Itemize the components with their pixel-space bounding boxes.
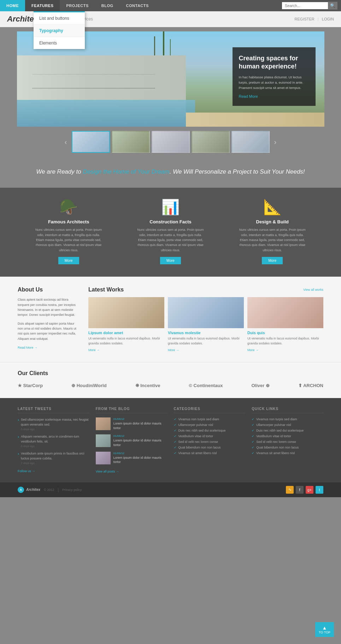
blog-item-1: 01/09/12 Lorem ipsum dolor id dolor maur… [96, 417, 167, 430]
feature-btn-3[interactable]: More [262, 257, 283, 264]
quick-item-1[interactable]: ✓Vivamus non turpis sed diam [252, 417, 323, 421]
footer-bottom: A Architex © 2012 | Privacy policy ∿ f g… [0, 482, 341, 497]
quick-item-6[interactable]: ✓Quat bibendum non non lacus [252, 446, 323, 449]
quick-item-5[interactable]: ✓Sed id velit nec lorem conse [252, 440, 323, 444]
thumb-4[interactable] [192, 131, 230, 153]
nav-search-box: 🔍 [282, 2, 337, 10]
feature-desc-1: Nunc ultricies cursus sem at porta. Proi… [34, 227, 103, 253]
dropdown-item-elements[interactable]: Elements [34, 37, 85, 49]
login-link[interactable]: LOGIN [322, 17, 334, 21]
privacy-policy-link[interactable]: Privacy policy [62, 488, 82, 492]
blog-title: FROM THE BLOG [96, 407, 167, 413]
feature-btn-2[interactable]: More [160, 257, 181, 264]
register-link[interactable]: REGISTER [295, 17, 314, 21]
cat-item-7[interactable]: ✓Vivamus sit amet libero nisl [174, 451, 246, 455]
quick-item-2[interactable]: ✓Ullamcorper pulvinar nisl [252, 423, 323, 427]
view-all-works[interactable]: View all works [303, 288, 323, 291]
blog-post-title-2[interactable]: Lorem ipsum dolor id dolor mauris tortor [113, 438, 167, 447]
thumb-1[interactable] [72, 131, 110, 153]
feature-item-1: 🪖 Famous Architects Nunc ultricies cursu… [34, 198, 103, 264]
clients-title: Our Clients [18, 370, 323, 377]
hero-overlay: Creating spaces for human experience! In… [233, 47, 316, 106]
about-para2: Duis aliquet sapien id sapien porta Maur… [18, 321, 78, 342]
feature-desc-2: Nunc ultricies cursus sem at porta. Proi… [136, 227, 205, 253]
feature-title-2: Construction Facts [136, 219, 205, 224]
work-thumb-2 [168, 297, 244, 328]
feature-btn-1[interactable]: More [58, 257, 79, 264]
dropdown-item-typography[interactable]: Typography [34, 25, 85, 37]
client-logo-1: ★ StarCorp [18, 383, 43, 388]
dropdown-item-list-buttons[interactable]: List and buttons [34, 12, 85, 25]
quicklinks-title: QUICK LINKS [252, 407, 323, 413]
categories-title: CATEGORIES [174, 407, 246, 413]
work-title-2[interactable]: Vivamus molestie [168, 331, 244, 335]
nav-item-blog[interactable]: BLOG [95, 0, 120, 11]
blog-post-title-3[interactable]: Lorem ipsum dolor id dolor mauris tortor [113, 456, 167, 464]
work-desc-1: Ut venenatis nulla in lacus euismod dapi… [88, 336, 164, 346]
search-input[interactable] [282, 2, 328, 9]
nav-item-projects[interactable]: PROJECTS [60, 0, 95, 11]
about-works-section: About Us Class aptent taciti sociosqu ad… [0, 277, 341, 362]
work-desc-2: Ut venenatis nulla in lacus euismod dapi… [168, 336, 244, 346]
cat-item-1[interactable]: ✓Vivamus non turpis sed diam [174, 417, 246, 421]
work-title-3[interactable]: Duis quis [247, 331, 323, 335]
cat-item-4[interactable]: ✓Vestibulum vitae id tortor [174, 434, 246, 438]
twitter-icon[interactable]: t [316, 486, 323, 494]
client-logo-4: © Continentaux [189, 383, 223, 388]
client-logo-2: ⊕ HoudiniWorld [71, 383, 107, 388]
prev-thumb-btn[interactable]: ‹ [62, 138, 70, 146]
footer-top: LATEST TWEETS › Sed ullamcorper sceleris… [0, 398, 341, 482]
nav-item-contacts[interactable]: CONTACTS [120, 0, 155, 11]
works-grid: Lipsum dolor amet Ut venenatis nulla in … [88, 297, 323, 352]
cat-item-2[interactable]: ✓Ullamcorper pulvinar nisl [174, 423, 246, 427]
clients-section: Our Clients ★ StarCorp ⊕ HoudiniWorld ❋ … [0, 362, 341, 398]
footer-divider: | [58, 487, 59, 492]
client-logo-5: Oliver ⊕ [251, 383, 269, 388]
cat-item-6[interactable]: ✓Quat bibendum non non lacus [174, 446, 246, 449]
feature-icon-2: 📊 [136, 198, 205, 216]
thumbnail-row: ‹ › [0, 127, 341, 157]
thumb-2[interactable] [112, 131, 150, 153]
rss-icon[interactable]: ∿ [286, 486, 294, 494]
work-more-1[interactable]: More → [88, 348, 100, 352]
view-all-posts[interactable]: View all posts → [96, 470, 119, 473]
plus-icon[interactable]: g+ [306, 486, 313, 494]
works-header: Latest Works View all works [88, 287, 323, 293]
work-more-2[interactable]: More → [168, 348, 179, 352]
next-thumb-btn[interactable]: › [271, 138, 280, 146]
hero-title: Creating spaces for human experience! [239, 54, 309, 71]
tweet-text-2: Aliquam venenatis, arcu in condimen-tum … [21, 434, 89, 444]
quick-item-7[interactable]: ✓Vivamus sit amet libero nisl [252, 451, 323, 455]
blog-post-title-1[interactable]: Lorem ipsum dolor id dolor mauris tortor [113, 421, 167, 430]
quick-item-4[interactable]: ✓Vestibulum vitae id tortor [252, 434, 323, 438]
tweet-icon-3: › [18, 451, 19, 456]
hero-body: In hac habitasse platea dictumst. Ut lec… [239, 74, 309, 91]
blog-thumb-1 [96, 417, 111, 430]
blog-date-1: 01/09/12 [113, 417, 167, 421]
facebook-icon[interactable]: f [296, 486, 304, 494]
header-divider: | [318, 17, 319, 21]
works-column: Latest Works View all works Lipsum dolor… [88, 287, 323, 352]
thumb-5[interactable] [231, 131, 270, 153]
cat-item-3[interactable]: ✓Duis nec nibh sed dui scelerisque [174, 429, 246, 432]
search-icon[interactable]: 🔍 [328, 2, 337, 10]
tweet-icon-1: › [18, 417, 19, 422]
tweet-item-2: › Aliquam venenatis, arcu in condimen-tu… [18, 434, 89, 448]
nav-item-features[interactable]: FEATURES [25, 0, 60, 11]
blog-column: FROM THE BLOG 01/09/12 Lorem ipsum dolor… [96, 407, 167, 474]
feature-icon-1: 🪖 [34, 198, 103, 216]
follow-link[interactable]: Follow us → [18, 469, 35, 473]
hero-read-more[interactable]: Read More [239, 94, 258, 98]
quick-item-3[interactable]: ✓Duis nec nibh sed dui scelerisque [252, 429, 323, 432]
client-logo-6: ⬆ ARCHON [298, 383, 323, 388]
work-title-1[interactable]: Lipsum dolor amet [88, 331, 164, 335]
blog-item-2: 01/09/12 Lorem ipsum dolor id dolor maur… [96, 434, 167, 447]
work-more-3[interactable]: More → [247, 348, 259, 352]
work-thumb-1 [88, 297, 164, 328]
cat-item-5[interactable]: ✓Sed id velit nec lorem conse [174, 440, 246, 444]
about-read-more[interactable]: Read More → [18, 346, 37, 349]
work-desc-3: Ut venenatis nulla in lacus euismod dapi… [247, 336, 323, 346]
thumb-3[interactable] [152, 131, 190, 153]
nav-item-home[interactable]: HOME [0, 0, 25, 11]
feature-item-3: 📐 Design & Build Nunc ultricies cursus s… [238, 198, 307, 264]
